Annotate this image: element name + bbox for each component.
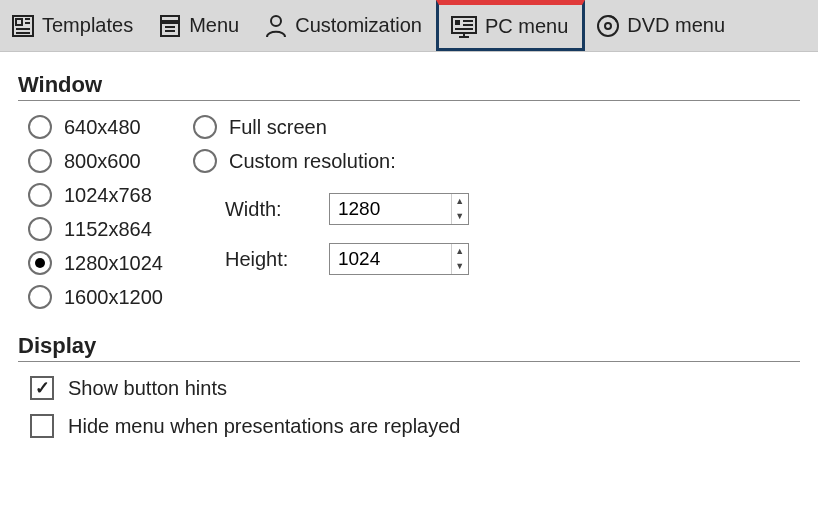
section-title-display: Display xyxy=(18,333,800,359)
radio-640x480[interactable]: 640x480 xyxy=(28,115,163,139)
svg-point-10 xyxy=(271,16,281,26)
radio-1024x768[interactable]: 1024x768 xyxy=(28,183,163,207)
disc-icon xyxy=(595,13,621,39)
svg-rect-7 xyxy=(161,23,179,36)
height-spinner[interactable]: ▲ ▼ xyxy=(329,243,469,275)
width-label: Width: xyxy=(225,198,305,221)
special-resolution-column: Full screen Custom resolution: Width: ▲ … xyxy=(193,115,469,275)
radio-label: 1280x1024 xyxy=(64,252,163,275)
radio-label: 640x480 xyxy=(64,116,141,139)
tab-dvd-menu[interactable]: DVD menu xyxy=(585,0,739,51)
settings-panel: Window 640x480 800x600 1024x768 1152x864 xyxy=(0,52,818,470)
radio-icon xyxy=(28,285,52,309)
height-label: Height: xyxy=(225,248,305,271)
tab-label: Templates xyxy=(42,14,133,37)
checkbox-show-hints[interactable]: Show button hints xyxy=(30,376,800,400)
width-input[interactable] xyxy=(330,194,451,224)
checkbox-icon xyxy=(30,376,54,400)
section-title-window: Window xyxy=(18,72,800,98)
radio-label: 1600x1200 xyxy=(64,286,163,309)
tab-label: DVD menu xyxy=(627,14,725,37)
tabstrip: Templates Menu Customization PC menu DVD… xyxy=(0,0,818,52)
checkbox-icon xyxy=(30,414,54,438)
radio-fullscreen[interactable]: Full screen xyxy=(193,115,469,139)
checkbox-label: Show button hints xyxy=(68,377,227,400)
radio-label: 800x600 xyxy=(64,150,141,173)
radio-1600x1200[interactable]: 1600x1200 xyxy=(28,285,163,309)
checkbox-hide-menu[interactable]: Hide menu when presentations are replaye… xyxy=(30,414,800,438)
tab-pc-menu[interactable]: PC menu xyxy=(436,0,585,51)
radio-label: Custom resolution: xyxy=(229,150,396,173)
radio-label: 1024x768 xyxy=(64,184,152,207)
radio-icon xyxy=(28,149,52,173)
spinner-down-icon[interactable]: ▼ xyxy=(452,259,468,274)
tab-label: PC menu xyxy=(485,15,568,38)
tab-label: Customization xyxy=(295,14,422,37)
radio-icon xyxy=(28,217,52,241)
width-row: Width: ▲ ▼ xyxy=(225,193,469,225)
tab-label: Menu xyxy=(189,14,239,37)
spinner-down-icon[interactable]: ▼ xyxy=(452,209,468,224)
svg-rect-1 xyxy=(16,19,22,25)
svg-point-19 xyxy=(605,23,611,29)
tab-customization[interactable]: Customization xyxy=(253,0,436,51)
radio-icon xyxy=(28,115,52,139)
radio-1152x864[interactable]: 1152x864 xyxy=(28,217,163,241)
spinner-up-icon[interactable]: ▲ xyxy=(452,194,468,209)
svg-rect-6 xyxy=(161,16,179,21)
radio-icon xyxy=(193,115,217,139)
custom-dimensions: Width: ▲ ▼ Height: ▲ xyxy=(225,193,469,275)
menu-icon xyxy=(157,13,183,39)
preset-resolution-column: 640x480 800x600 1024x768 1152x864 1280x1… xyxy=(28,115,163,309)
spinner-up-icon[interactable]: ▲ xyxy=(452,244,468,259)
divider xyxy=(18,100,800,101)
radio-icon xyxy=(28,251,52,275)
tab-templates[interactable]: Templates xyxy=(0,0,147,51)
radio-label: 1152x864 xyxy=(64,218,152,241)
tab-menu[interactable]: Menu xyxy=(147,0,253,51)
radio-800x600[interactable]: 800x600 xyxy=(28,149,163,173)
height-row: Height: ▲ ▼ xyxy=(225,243,469,275)
window-resolution-group: 640x480 800x600 1024x768 1152x864 1280x1… xyxy=(18,115,800,309)
monitor-icon xyxy=(449,14,479,40)
width-spinner[interactable]: ▲ ▼ xyxy=(329,193,469,225)
person-icon xyxy=(263,13,289,39)
checkbox-label: Hide menu when presentations are replaye… xyxy=(68,415,460,438)
radio-label: Full screen xyxy=(229,116,327,139)
divider xyxy=(18,361,800,362)
templates-icon xyxy=(10,13,36,39)
svg-rect-12 xyxy=(455,20,460,25)
radio-icon xyxy=(193,149,217,173)
height-input[interactable] xyxy=(330,244,451,274)
radio-custom-resolution[interactable]: Custom resolution: xyxy=(193,149,469,173)
radio-1280x1024[interactable]: 1280x1024 xyxy=(28,251,163,275)
radio-icon xyxy=(28,183,52,207)
